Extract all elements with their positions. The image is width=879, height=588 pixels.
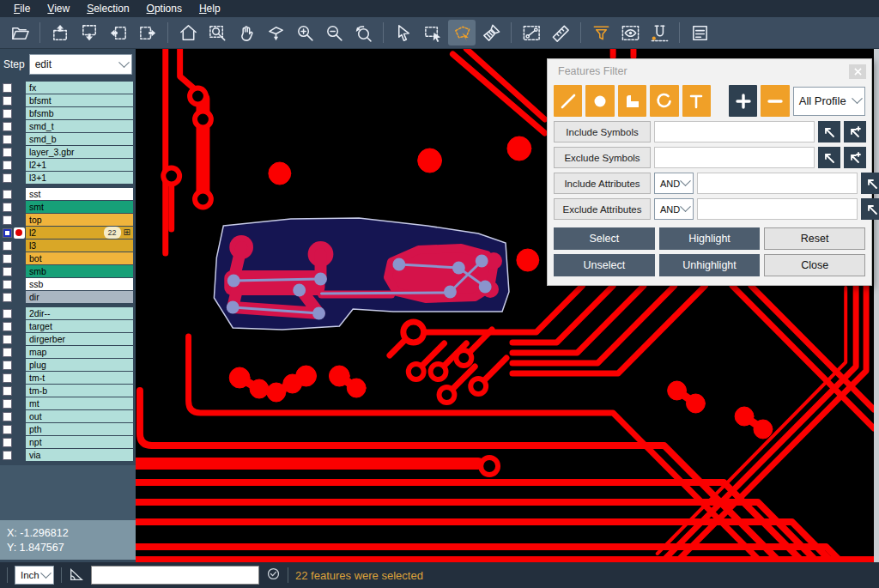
select-cursor-button[interactable]: [390, 20, 417, 45]
exclude-symbols-button[interactable]: Exclude Symbols: [554, 147, 651, 168]
zoom-out-button[interactable]: [320, 20, 348, 45]
layer-checkbox[interactable]: [3, 215, 12, 225]
layer-checkbox[interactable]: [3, 438, 12, 447]
layer-name[interactable]: mt: [26, 397, 133, 409]
snap-magnet-button[interactable]: [646, 20, 673, 45]
zoom-area-button[interactable]: [203, 20, 231, 45]
menu-help[interactable]: Help: [191, 1, 229, 16]
measure-points-button[interactable]: [518, 20, 545, 45]
layer-checkbox[interactable]: [3, 386, 12, 396]
layer-name[interactable]: top: [26, 214, 133, 226]
dialog-close-button[interactable]: [849, 64, 866, 79]
menu-selection[interactable]: Selection: [78, 1, 137, 16]
layer-name[interactable]: plug: [26, 359, 133, 371]
layer-name[interactable]: dir: [26, 291, 133, 303]
layer-name[interactable]: l3+1: [26, 172, 133, 184]
menu-file[interactable]: File: [5, 1, 39, 16]
layer-name[interactable]: smb: [26, 265, 133, 277]
select-button[interactable]: Select: [554, 227, 655, 250]
layer-row-l2+1[interactable]: l2+1: [3, 159, 136, 171]
include-symbols-input[interactable]: [654, 121, 815, 142]
include-attributes-button[interactable]: Include Attributes: [554, 173, 651, 194]
layer-row-smd_b[interactable]: smd_b: [3, 133, 136, 145]
polygon-select-button[interactable]: [448, 20, 476, 45]
layer-row-bfsmb[interactable]: bfsmb: [3, 107, 136, 119]
layer-checkbox[interactable]: [3, 122, 12, 131]
layer-name[interactable]: bot: [26, 252, 133, 264]
home-view-button[interactable]: [174, 20, 202, 45]
layer-checkbox[interactable]: [3, 135, 12, 144]
exclude-attributes-button[interactable]: Exclude Attributes: [554, 198, 651, 220]
layer-checkbox[interactable]: [3, 361, 12, 370]
layer-checkbox[interactable]: [3, 267, 12, 276]
layer-row-dirgerber[interactable]: dirgerber: [3, 333, 136, 345]
pan-left-button[interactable]: [105, 20, 132, 45]
pick-include-attribute-button[interactable]: [861, 173, 879, 194]
layer-checkbox[interactable]: [3, 425, 12, 434]
pan-down-button[interactable]: [76, 20, 103, 45]
layer-checkbox[interactable]: [3, 109, 12, 118]
layer-name[interactable]: tm-b: [26, 385, 133, 397]
layer-checkbox[interactable]: [3, 348, 12, 357]
layer-checkbox[interactable]: [3, 96, 12, 106]
layer-checkbox[interactable]: [3, 161, 12, 170]
layer-row-ssb[interactable]: ssb: [3, 278, 136, 290]
layer-row-smb[interactable]: smb: [3, 265, 136, 277]
unit-select[interactable]: Inch: [15, 566, 54, 585]
layer-name[interactable]: 2dir--: [26, 307, 133, 319]
remove-filter-button[interactable]: [761, 85, 789, 117]
layer-name[interactable]: layer_3.gbr: [26, 146, 133, 158]
pick-add-exclude-symbol-button[interactable]: [844, 147, 866, 168]
filter-text-button[interactable]: [682, 85, 711, 117]
layer-name[interactable]: smd_t: [26, 120, 133, 132]
layer-row-top[interactable]: top: [3, 214, 136, 226]
layer-row-out[interactable]: out: [3, 410, 136, 422]
layer-row-smt[interactable]: smt: [3, 201, 136, 213]
pick-add-include-symbol-button[interactable]: [844, 121, 866, 142]
filter-surface-button[interactable]: [618, 85, 646, 117]
layer-checkbox[interactable]: [3, 309, 12, 318]
include-attributes-logic-select[interactable]: AND: [654, 173, 694, 194]
layer-checkbox[interactable]: [3, 451, 12, 460]
angle-tool-icon[interactable]: [69, 567, 84, 585]
layer-name[interactable]: fx: [26, 82, 133, 94]
layer-row-l3+1[interactable]: l3+1: [3, 172, 136, 184]
layer-row-map[interactable]: map: [3, 346, 136, 358]
layer-name[interactable]: l222⊞: [26, 227, 133, 239]
layer-name[interactable]: via: [26, 449, 133, 461]
menu-view[interactable]: View: [39, 1, 78, 16]
layer-row-smd_t[interactable]: smd_t: [3, 120, 136, 132]
pick-include-symbol-button[interactable]: [818, 121, 840, 142]
layer-row-l3[interactable]: l3: [3, 239, 136, 252]
features-filter-button[interactable]: [587, 20, 615, 45]
unhighlight-button[interactable]: Unhighlight: [659, 254, 761, 276]
pick-exclude-attribute-button[interactable]: [861, 198, 879, 220]
add-filter-button[interactable]: [729, 85, 757, 117]
menu-options[interactable]: Options: [138, 1, 191, 16]
rect-select-button[interactable]: [419, 20, 446, 45]
layer-name[interactable]: dirgerber: [26, 333, 133, 345]
measure-ruler-button[interactable]: [547, 20, 574, 45]
layer-name[interactable]: out: [26, 410, 133, 422]
pan-right-button[interactable]: [134, 20, 161, 45]
layer-row-layer_3.gbr[interactable]: layer_3.gbr: [3, 146, 136, 158]
layer-name[interactable]: target: [26, 320, 133, 332]
close-button[interactable]: Close: [764, 254, 865, 276]
exclude-attributes-logic-select[interactable]: AND: [654, 198, 694, 220]
layer-checkbox[interactable]: [3, 241, 12, 251]
highlight-button[interactable]: Highlight: [659, 227, 761, 250]
pan-up-button[interactable]: [46, 20, 74, 45]
layer-checkbox[interactable]: [3, 280, 12, 289]
layer-name[interactable]: tm-t: [26, 372, 133, 384]
layer-row-sst[interactable]: sst: [3, 188, 136, 200]
pick-exclude-symbol-button[interactable]: [818, 147, 840, 168]
layer-row-via[interactable]: via: [3, 449, 136, 461]
layer-checkbox[interactable]: [3, 293, 12, 302]
grid-icon[interactable]: ⊞: [124, 228, 130, 237]
zoom-previous-button[interactable]: [349, 20, 377, 45]
layer-checkbox[interactable]: [3, 322, 12, 331]
include-symbols-button[interactable]: Include Symbols: [554, 121, 651, 142]
drag-view-button[interactable]: [262, 20, 289, 45]
layer-name[interactable]: sst: [26, 188, 133, 200]
filter-line-button[interactable]: [554, 85, 582, 117]
